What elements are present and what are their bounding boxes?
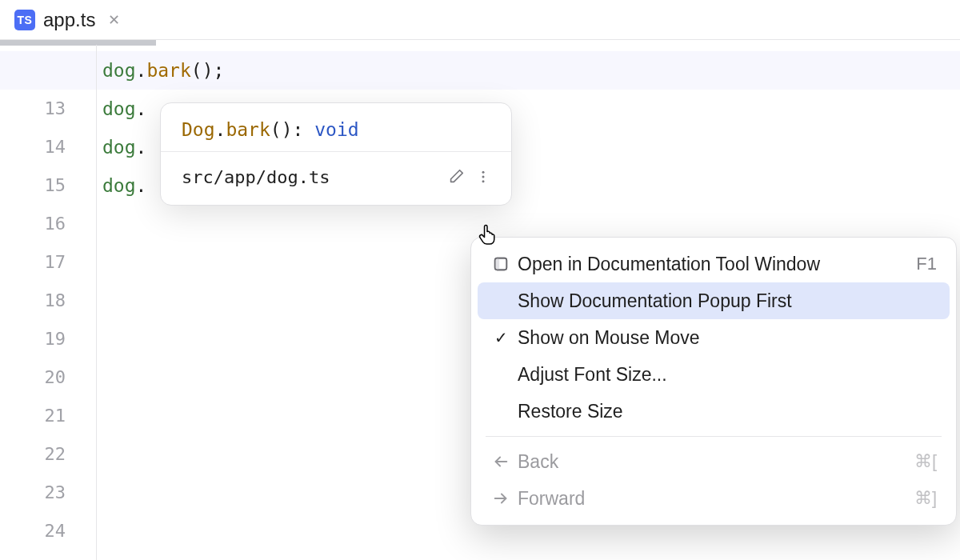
menu-item-label: Adjust Font Size... [518, 364, 937, 386]
menu-item[interactable]: ✓ Show on Mouse Move [478, 319, 950, 356]
menu-item-label: Restore Size [518, 401, 937, 422]
line-number: 22 [0, 435, 66, 474]
menu-item-label: Back [518, 451, 914, 473]
line-number: 19 [0, 320, 66, 358]
check-icon: ✓ [487, 328, 514, 347]
sig-return-type: void [314, 119, 358, 140]
menu-item[interactable]: Restore Size [478, 393, 950, 430]
line-number: 21 [0, 397, 66, 435]
file-tab[interactable]: TS app.ts ✕ [8, 4, 126, 36]
menu-item[interactable]: Show Documentation Popup First [478, 282, 950, 319]
menu-item-label: Forward [518, 488, 914, 510]
menu-item-label: Show Documentation Popup First [518, 290, 937, 312]
documentation-popup: Dog.bark(): void src/app/dog.ts [160, 102, 512, 206]
svg-point-0 [482, 171, 485, 174]
menu-item[interactable]: Adjust Font Size... [478, 356, 950, 393]
line-number: 15 [0, 166, 66, 205]
back-arrow-icon [487, 453, 514, 470]
line-number: 17 [0, 243, 66, 282]
doc-source-row: src/app/dog.ts [161, 152, 511, 202]
tab-filename: app.ts [43, 9, 95, 31]
line-number: 16 [0, 205, 66, 243]
line-number: 25 [0, 550, 66, 560]
code-line[interactable]: dog.bark(); [102, 51, 960, 90]
svg-point-2 [482, 180, 485, 182]
sig-method: bark [226, 119, 270, 140]
forward-arrow-icon [487, 490, 514, 507]
more-options-icon[interactable] [470, 163, 497, 190]
close-icon[interactable]: ✕ [108, 11, 120, 29]
tab-bar: TS app.ts ✕ [0, 0, 960, 40]
svg-point-1 [482, 176, 485, 178]
context-menu: Open in Documentation Tool Window F1 Sho… [470, 237, 957, 526]
menu-item-shortcut: ⌘] [914, 488, 937, 509]
menu-item-label: Show on Mouse Move [518, 327, 937, 349]
menu-item-shortcut: F1 [916, 254, 937, 274]
rect-icon [487, 255, 514, 273]
menu-item[interactable]: Open in Documentation Tool Window F1 [478, 246, 950, 282]
doc-signature: Dog.bark(): void [161, 105, 511, 152]
line-gutter: 1213141516171819202122232425 [0, 45, 80, 560]
typescript-icon: TS [14, 10, 35, 30]
edit-icon[interactable] [442, 163, 470, 190]
menu-item-back: Back ⌘[ [478, 443, 950, 480]
line-number: 13 [0, 90, 66, 128]
line-number: 18 [0, 282, 66, 320]
sig-class: Dog [182, 119, 215, 140]
cursor-icon [476, 222, 498, 250]
line-number: 23 [0, 474, 66, 512]
menu-item-label: Open in Documentation Tool Window [518, 254, 916, 275]
line-number: 24 [0, 512, 66, 550]
line-number: 14 [0, 128, 66, 166]
doc-source-path: src/app/dog.ts [182, 167, 442, 187]
line-number: 20 [0, 358, 66, 397]
menu-item-forward: Forward ⌘] [478, 480, 950, 517]
menu-separator [486, 436, 942, 437]
menu-item-shortcut: ⌘[ [914, 451, 937, 472]
